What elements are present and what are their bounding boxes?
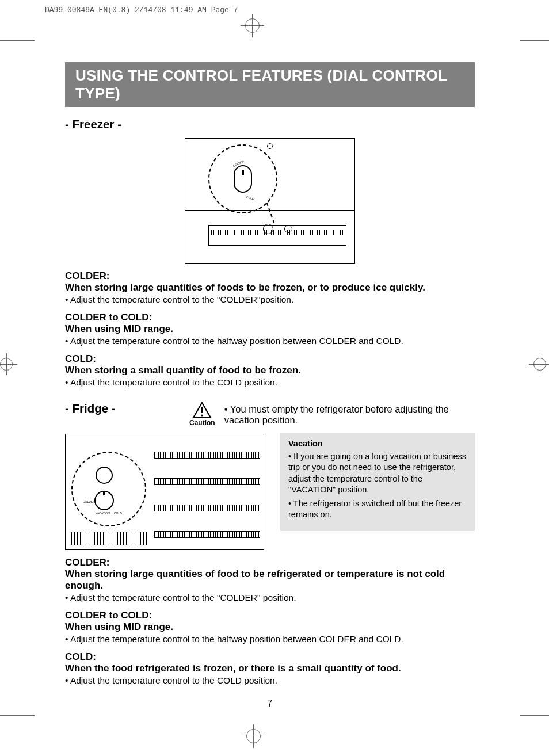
- freezer-mid-bullet: • Adjust the temperature control to the …: [65, 336, 475, 346]
- fridge-cold-heading: COLD:: [65, 651, 475, 663]
- crop-mark: [0, 715, 35, 716]
- fridge-mid-sub: When using MID range.: [65, 621, 475, 633]
- page-title: USING THE CONTROL FEATURES (DIAL CONTROL…: [65, 62, 475, 107]
- crop-mark: [520, 40, 549, 41]
- freezer-heading: - Freezer -: [65, 117, 475, 131]
- crop-mark: [0, 40, 35, 41]
- caution-label: Caution: [189, 419, 215, 427]
- fridge-colder-heading: COLDER:: [65, 557, 475, 568]
- fridge-mid-heading: COLDER to COLD:: [65, 610, 475, 621]
- freezer-mid-sub: When using MID range.: [65, 323, 475, 335]
- fridge-diagram: COLDER COLD VACATION: [65, 434, 264, 550]
- caution-icon: [192, 402, 212, 419]
- dial-label-colder: COLDER: [83, 500, 95, 503]
- freezer-dial-knob: [234, 165, 252, 193]
- freezer-colder-bullet: • Adjust the temperature control to the …: [65, 295, 475, 305]
- page-number: 7: [65, 698, 475, 709]
- fridge-colder-bullet: • Adjust the temperature control to the …: [65, 593, 475, 603]
- dial-label-cold: COLD: [246, 195, 255, 200]
- fridge-cold-sub: When the food refrigerated is frozen, or…: [65, 663, 475, 674]
- freezer-cold-heading: COLD:: [65, 353, 475, 365]
- vacation-box: Vacation • If you are going on a long va…: [280, 433, 475, 531]
- freezer-cold-sub: When storing a small quantity of food to…: [65, 365, 475, 376]
- caution-block: Caution: [189, 402, 215, 427]
- freezer-colder-heading: COLDER:: [65, 270, 475, 282]
- freezer-colder-sub: When storing large quantities of foods t…: [65, 282, 475, 293]
- fridge-dial-zoom: COLDER COLD VACATION: [71, 452, 146, 526]
- fridge-dial-lower: [94, 491, 114, 510]
- fridge-heading: - Fridge -: [65, 402, 180, 415]
- dial-label-vacation: VACATION: [96, 511, 110, 515]
- svg-point-2: [201, 414, 203, 416]
- caution-text: • You must empty the refrigerator before…: [224, 402, 475, 426]
- vacation-heading: Vacation: [288, 438, 467, 450]
- vacation-bullet-1: • If you are going on a long vacation or…: [288, 451, 467, 496]
- freezer-mid-heading: COLDER to COLD:: [65, 312, 475, 323]
- page-content: USING THE CONTROL FEATURES (DIAL CONTROL…: [65, 62, 475, 709]
- fridge-colder-sub: When storing large quantities of food to…: [65, 568, 475, 591]
- print-slug: DA99-00849A-EN(0.8) 2/14/08 11:49 AM Pag…: [45, 6, 238, 14]
- freezer-diagram: COLDER COLD: [185, 138, 355, 264]
- crop-mark: [252, 14, 253, 37]
- crop-mark: [520, 715, 549, 716]
- vacation-bullet-2: • The refrigerator is switched off but t…: [288, 498, 467, 521]
- fridge-cold-bullet: • Adjust the temperature control to the …: [65, 675, 475, 686]
- fridge-dial-upper: [96, 467, 113, 484]
- freezer-cold-bullet: • Adjust the temperature control to the …: [65, 377, 475, 388]
- crop-mark: [253, 724, 254, 748]
- fridge-mid-bullet: • Adjust the temperature control to the …: [65, 634, 475, 644]
- dial-label-cold: COLD: [114, 511, 122, 515]
